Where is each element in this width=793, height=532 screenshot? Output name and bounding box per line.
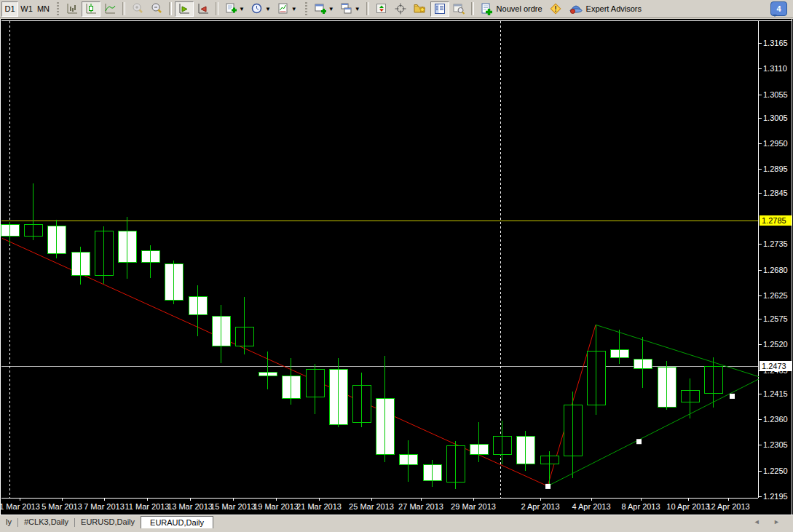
market-watch-icon <box>433 2 446 15</box>
svg-text:1.3055: 1.3055 <box>763 90 788 99</box>
expert-advisors-icon <box>569 2 583 15</box>
timeframe-d1-button[interactable]: D1 <box>1 1 18 17</box>
chart-shift-icon <box>197 2 210 15</box>
tester-button[interactable] <box>449 1 468 17</box>
toolbar-grip <box>305 2 307 15</box>
periods-button[interactable]: ▼ <box>248 1 274 17</box>
svg-text:21 Mar 2013: 21 Mar 2013 <box>296 502 342 511</box>
svg-text:19 Mar 2013: 19 Mar 2013 <box>253 502 299 511</box>
svg-text:15 Mar 2013: 15 Mar 2013 <box>210 502 256 511</box>
trendline-handle[interactable] <box>636 439 642 444</box>
dropdown-arrow: ▼ <box>355 6 360 12</box>
notification-badge[interactable]: 4 <box>770 1 787 16</box>
warning-icon: ! <box>548 1 563 16</box>
template-icon <box>277 2 290 15</box>
svg-text:1.3165: 1.3165 <box>763 39 788 47</box>
new-window-button[interactable]: ▼ <box>311 1 337 17</box>
chart-window: 1.31651.31101.30551.30051.29501.28951.28… <box>0 19 793 515</box>
auto-scroll-icon <box>178 2 191 15</box>
chart-tab-bar: ly #CLK3,Daily EURUSD,Daily EURAUD,Daily… <box>0 515 793 532</box>
svg-text:2 Apr 2013: 2 Apr 2013 <box>521 502 559 511</box>
svg-text:1.3110: 1.3110 <box>763 64 787 73</box>
trendline-handle[interactable] <box>545 484 551 489</box>
svg-text:1.2473: 1.2473 <box>762 362 786 370</box>
toolbar-separator <box>169 2 172 15</box>
timeframe-w1-button[interactable]: W1 <box>18 1 35 17</box>
dropdown-arrow: ▼ <box>328 6 334 12</box>
svg-text:5 Mar 2013: 5 Mar 2013 <box>42 502 82 511</box>
templates-button[interactable]: ▼ <box>274 1 300 17</box>
expert-advisors-button[interactable]: Expert Advisors <box>566 1 644 17</box>
line-chart-icon <box>103 2 117 15</box>
svg-text:12 Apr 2013: 12 Apr 2013 <box>706 502 749 511</box>
zoom-out-button[interactable] <box>147 1 166 17</box>
candles <box>1 225 722 482</box>
folder-star-icon <box>413 2 427 15</box>
data-window-button[interactable] <box>372 1 391 17</box>
up-down-arrows-icon <box>375 2 388 15</box>
zoom-in-button[interactable] <box>128 1 147 17</box>
timeframe-mn-button[interactable]: MN <box>35 1 52 17</box>
new-order-label: Nouvel ordre <box>497 4 543 13</box>
zoom-in-icon <box>131 2 144 15</box>
new-order-icon <box>480 2 494 16</box>
svg-text:4 Apr 2013: 4 Apr 2013 <box>572 502 610 511</box>
svg-text:1.2845: 1.2845 <box>763 188 788 197</box>
tab-clk3-daily[interactable]: #CLK3,Daily <box>18 515 74 528</box>
market-watch-button[interactable] <box>430 1 449 17</box>
svg-text:1.2680: 1.2680 <box>763 266 788 274</box>
tester-icon <box>452 2 465 15</box>
svg-text:29 Mar 2013: 29 Mar 2013 <box>451 502 496 511</box>
crosshair-button[interactable] <box>391 1 410 17</box>
svg-text:1 Mar 2013: 1 Mar 2013 <box>0 502 40 511</box>
bar-chart-button[interactable] <box>63 1 82 17</box>
svg-text:1.2735: 1.2735 <box>763 239 788 248</box>
toolbar-separator <box>471 2 474 15</box>
new-chart-button[interactable]: ▼ <box>221 1 248 17</box>
svg-text:1.2950: 1.2950 <box>763 139 788 148</box>
chart-shift-button[interactable] <box>194 1 213 17</box>
svg-text:7 Mar 2013: 7 Mar 2013 <box>84 502 125 511</box>
clock-icon <box>250 2 264 15</box>
dropdown-arrow: ▼ <box>291 6 297 12</box>
dropdown-arrow: ▼ <box>265 6 271 12</box>
warning-button[interactable]: ! <box>545 1 566 17</box>
svg-text:1.2250: 1.2250 <box>763 467 788 475</box>
candlestick-chart-button[interactable] <box>82 1 100 17</box>
svg-text:!: ! <box>554 5 556 13</box>
toolbar-grip <box>57 2 59 15</box>
svg-text:1.2415: 1.2415 <box>763 389 788 398</box>
svg-text:1.2625: 1.2625 <box>763 291 788 300</box>
line-chart-button[interactable] <box>100 1 119 17</box>
tab-euraud-daily[interactable]: EURAUD,Daily <box>141 516 213 528</box>
crosshair-icon <box>394 2 407 15</box>
toolbar-separator <box>366 2 369 15</box>
auto-scroll-button[interactable] <box>175 1 194 17</box>
toolbar-separator <box>216 2 218 15</box>
svg-text:1.2305: 1.2305 <box>763 440 788 449</box>
bar-chart-icon <box>66 2 79 15</box>
tab-scroll-arrows[interactable]: ◄ ► <box>754 518 786 525</box>
tile-windows-button[interactable]: ▼ <box>337 1 363 17</box>
svg-text:1.2895: 1.2895 <box>763 164 788 173</box>
svg-text:1.2360: 1.2360 <box>763 415 788 424</box>
new-window-icon <box>314 2 327 15</box>
mt4-terminal: D1 W1 MN <box>0 0 793 532</box>
dropdown-arrow: ▼ <box>239 6 245 12</box>
svg-text:8 Apr 2013: 8 Apr 2013 <box>621 502 660 511</box>
tab-eurusd-daily[interactable]: EURUSD,Daily <box>75 515 141 528</box>
svg-text:1.2785: 1.2785 <box>762 216 786 225</box>
new-order-button[interactable]: Nouvel ordre <box>477 1 545 17</box>
svg-text:1.2195: 1.2195 <box>763 492 788 501</box>
profiles-button[interactable] <box>410 1 430 17</box>
svg-text:1.2575: 1.2575 <box>763 314 788 323</box>
svg-text:1.3005: 1.3005 <box>763 114 788 122</box>
zoom-out-icon <box>150 2 163 15</box>
tile-windows-icon <box>340 2 353 15</box>
trendline-handle[interactable] <box>730 394 735 399</box>
svg-text:1.2520: 1.2520 <box>763 340 788 349</box>
price-chart[interactable]: 1.31651.31101.30551.30051.29501.28951.28… <box>0 19 793 515</box>
svg-text:27 Mar 2013: 27 Mar 2013 <box>398 502 443 511</box>
tab-partial[interactable]: ly <box>0 515 17 528</box>
svg-text:13 Mar 2013: 13 Mar 2013 <box>167 502 213 511</box>
